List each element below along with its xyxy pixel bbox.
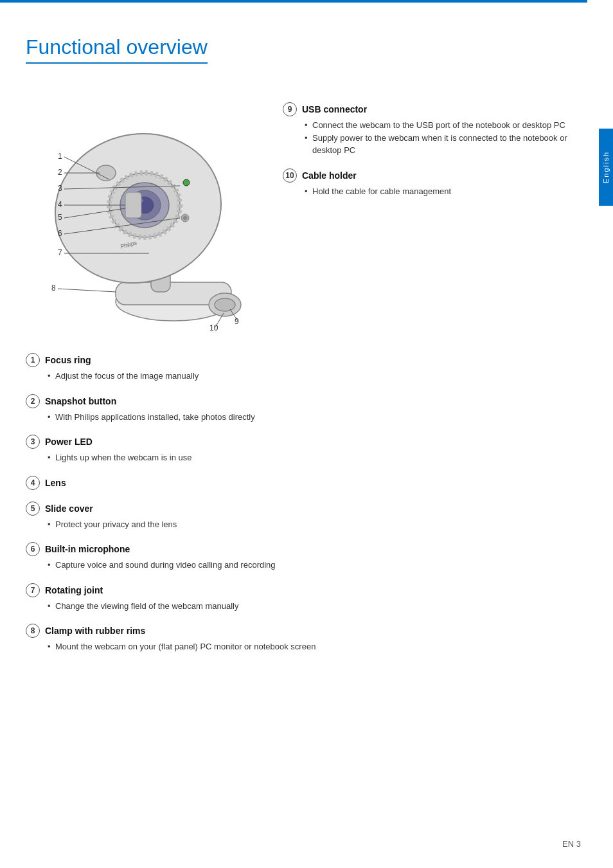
top-border (0, 0, 587, 3)
feature-number-7: 7 (26, 583, 40, 597)
feature-title-6: Built-in microphone (45, 544, 130, 554)
svg-text:1: 1 (58, 152, 62, 161)
feature-header-4: 4 Lens (26, 476, 581, 490)
svg-text:6: 6 (58, 229, 62, 238)
right-column: 9 USB connector Connect the webcam to th… (283, 83, 581, 340)
feature-bullets-8: Mount the webcam on your (flat panel) PC… (48, 640, 581, 653)
feature-bullets-10: Hold the cable for cable management (305, 185, 581, 198)
feature-item-1: 1 Focus ring Adjust the focus of the ima… (26, 353, 581, 383)
feature-bullets-7: Change the viewing field of the webcam m… (48, 600, 581, 613)
feature-bullet: Adjust the focus of the image manually (48, 370, 581, 383)
svg-point-13 (183, 179, 190, 186)
svg-text:4: 4 (58, 200, 62, 209)
feature-item-8: 8 Clamp with rubber rims Mount the webca… (26, 624, 581, 653)
feature-number-3: 3 (26, 435, 40, 449)
svg-point-3 (215, 298, 235, 311)
svg-text:10: 10 (209, 323, 218, 332)
feature-header-3: 3 Power LED (26, 435, 581, 449)
svg-text:7: 7 (58, 248, 62, 257)
feature-item-5: 5 Slide cover Protect your privacy and t… (26, 502, 581, 531)
feature-number-2: 2 (26, 394, 40, 408)
svg-text:5: 5 (58, 213, 62, 222)
feature-number-10: 10 (283, 168, 297, 183)
feature-header-2: 2 Snapshot button (26, 394, 581, 408)
svg-text:3: 3 (58, 184, 62, 193)
feature-bullet: Supply power to the webcam when it is co… (305, 132, 581, 157)
page-container: English Functional overview (0, 0, 613, 868)
feature-header-6: 6 Built-in microphone (26, 542, 581, 556)
feature-title-1: Focus ring (45, 355, 91, 365)
feature-number-9: 9 (283, 102, 297, 116)
feature-bullet: Hold the cable for cable management (305, 185, 581, 198)
page-title: Functional overview (26, 35, 208, 64)
feature-item-7: 7 Rotating joint Change the viewing fiel… (26, 583, 581, 613)
feature-bullet: Mount the webcam on your (flat panel) PC… (48, 640, 581, 653)
feature-bullets-1: Adjust the focus of the image manually (48, 370, 581, 383)
language-label: English (602, 151, 610, 183)
feature-item-4: 4 Lens (26, 476, 581, 490)
feature-title-7: Rotating joint (45, 585, 103, 595)
feature-title-10: Cable holder (302, 170, 357, 181)
feature-bullets-9: Connect the webcam to the USB port of th… (305, 119, 581, 157)
webcam-svg: Philips 1 2 3 4 5 (26, 89, 257, 340)
svg-text:2: 2 (58, 168, 62, 177)
feature-bullet: Connect the webcam to the USB port of th… (305, 119, 581, 132)
feature-bullets-2: With Philips applications installed, tak… (48, 411, 581, 424)
feature-bullet: Change the viewing field of the webcam m… (48, 600, 581, 613)
svg-text:9: 9 (235, 317, 239, 326)
feature-title-5: Slide cover (45, 503, 93, 514)
feature-number-4: 4 (26, 476, 40, 490)
feature-title-9: USB connector (302, 104, 367, 114)
feature-item-9: 9 USB connector Connect the webcam to th… (283, 102, 581, 157)
feature-item-10: 10 Cable holder Hold the cable for cable… (283, 168, 581, 198)
feature-bullet: Lights up when the webcam is in use (48, 451, 581, 464)
feature-header-9: 9 USB connector (283, 102, 581, 116)
feature-header-7: 7 Rotating joint (26, 583, 581, 597)
feature-bullets-3: Lights up when the webcam is in use (48, 451, 581, 464)
content-layout: Philips 1 2 3 4 5 (26, 83, 581, 340)
webcam-diagram: Philips 1 2 3 4 5 (26, 89, 257, 340)
right-feature-list: 9 USB connector Connect the webcam to th… (283, 102, 581, 197)
svg-point-16 (183, 216, 187, 220)
svg-line-32 (58, 289, 116, 292)
main-feature-list: 1 Focus ring Adjust the focus of the ima… (26, 353, 581, 665)
svg-text:8: 8 (51, 284, 56, 293)
feature-bullet: With Philips applications installed, tak… (48, 411, 581, 424)
feature-item-2: 2 Snapshot button With Philips applicati… (26, 394, 581, 424)
feature-title-2: Snapshot button (45, 396, 116, 406)
feature-bullet: Capture voice and sound during video cal… (48, 559, 581, 572)
feature-bullets-5: Protect your privacy and the lens (48, 518, 581, 531)
feature-item-6: 6 Built-in microphone Capture voice and … (26, 542, 581, 572)
feature-title-3: Power LED (45, 437, 93, 447)
left-column: Philips 1 2 3 4 5 (26, 83, 270, 340)
feature-header-5: 5 Slide cover (26, 502, 581, 516)
feature-number-5: 5 (26, 502, 40, 516)
feature-bullets-6: Capture voice and sound during video cal… (48, 559, 581, 572)
feature-number-8: 8 (26, 624, 40, 638)
language-tab: English (599, 129, 613, 206)
feature-number-6: 6 (26, 542, 40, 556)
feature-header-1: 1 Focus ring (26, 353, 581, 367)
feature-item-3: 3 Power LED Lights up when the webcam is… (26, 435, 581, 464)
feature-header-10: 10 Cable holder (283, 168, 581, 183)
page-number: EN 3 (562, 839, 581, 849)
feature-title-8: Clamp with rubber rims (45, 626, 145, 636)
feature-number-1: 1 (26, 353, 40, 367)
svg-rect-11 (125, 192, 141, 218)
feature-title-4: Lens (45, 478, 66, 488)
feature-bullet: Protect your privacy and the lens (48, 518, 581, 531)
feature-header-8: 8 Clamp with rubber rims (26, 624, 581, 638)
